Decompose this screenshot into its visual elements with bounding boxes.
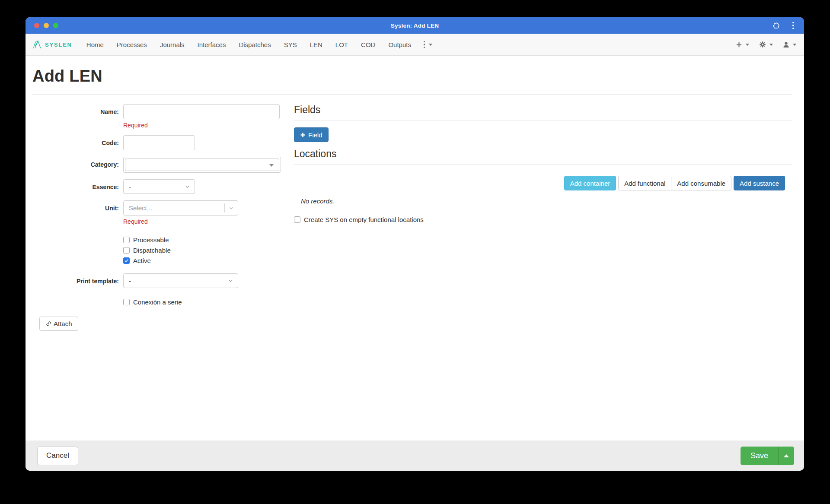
print-template-row: Print template: -: [32, 273, 285, 288]
add-field-label: Field: [308, 131, 322, 139]
page-content: Add LEN Name: Required Code:: [26, 56, 804, 441]
nav-item-cod[interactable]: COD: [354, 34, 382, 56]
name-label: Name:: [32, 104, 119, 115]
processable-checkbox[interactable]: [123, 237, 130, 243]
category-label: Category:: [32, 157, 119, 168]
active-checkbox-row[interactable]: Active: [123, 257, 285, 264]
essence-label: Essence:: [32, 179, 119, 190]
nav-item-processes[interactable]: Processes: [110, 34, 153, 56]
nav-overflow-menu[interactable]: [418, 41, 439, 48]
name-required-error: Required: [123, 122, 285, 129]
essence-select[interactable]: -: [123, 179, 195, 194]
chevron-down-icon: [429, 44, 432, 46]
caret-up-icon: [784, 454, 789, 457]
chevron-down-icon: [185, 184, 190, 190]
navbar-actions: [735, 41, 796, 48]
nav-item-journals[interactable]: Journals: [153, 34, 191, 56]
save-button[interactable]: Save: [741, 447, 778, 465]
location-type-button-group: Add functional Add consumable: [618, 176, 731, 190]
save-options-button[interactable]: [778, 447, 794, 465]
page-title: Add LEN: [32, 67, 792, 86]
check-icon: [124, 258, 129, 263]
locations-toolbar: Add container Add functional Add consuma…: [294, 176, 785, 190]
locations-heading: Locations: [294, 148, 792, 165]
flags-row: Processable Dispatchable: [32, 236, 285, 267]
print-template-select[interactable]: -: [123, 273, 238, 288]
locations-section: Locations Add container Add functional A…: [294, 148, 792, 223]
nav-item-lot[interactable]: LOT: [329, 34, 354, 56]
browser-window: Syslen: Add LEN SYSLEN Home: [26, 17, 804, 471]
active-checkbox[interactable]: [123, 257, 130, 264]
add-container-button[interactable]: Add container: [564, 176, 616, 190]
essence-row: Essence: -: [32, 179, 285, 194]
add-functional-button[interactable]: Add functional: [618, 176, 671, 190]
settings-menu-button[interactable]: [759, 41, 773, 48]
extensions-icon[interactable]: [771, 21, 781, 30]
nav-item-interfaces[interactable]: Interfaces: [191, 34, 233, 56]
create-sys-checkbox-row[interactable]: Create SYS on empty functional locations: [294, 216, 792, 223]
form-footer: Cancel Save: [26, 441, 804, 471]
name-input[interactable]: [123, 104, 280, 119]
code-input[interactable]: [123, 135, 195, 150]
locations-empty-text: No records.: [301, 197, 792, 205]
unit-row: Unit: Select... R: [32, 200, 285, 225]
processable-checkbox-row[interactable]: Processable: [123, 236, 285, 244]
unit-placeholder: Select...: [129, 204, 152, 212]
desktop-background: Syslen: Add LEN SYSLEN Home: [0, 0, 830, 504]
serial-checkbox-row[interactable]: Conexión a serie: [123, 298, 285, 306]
unit-select[interactable]: Select...: [123, 200, 238, 216]
kebab-icon: [424, 41, 425, 48]
chevron-down-icon: [769, 44, 773, 46]
add-sustance-button[interactable]: Add sustance: [734, 176, 785, 190]
fields-section: Fields Field: [294, 104, 792, 146]
serial-row: Conexión a serie: [32, 298, 285, 309]
nav-item-outputs[interactable]: Outputs: [382, 34, 418, 56]
essence-value: -: [129, 183, 131, 190]
dropdown-caret-icon: [269, 164, 274, 167]
nav-item-home[interactable]: Home: [80, 34, 110, 56]
chevron-down-icon: [228, 205, 234, 211]
nav-item-sys[interactable]: SYS: [278, 34, 303, 56]
dispatchable-checkbox-row[interactable]: Dispatchable: [123, 247, 285, 254]
active-label: Active: [133, 257, 151, 264]
add-field-button[interactable]: Field: [294, 127, 329, 142]
gear-icon: [759, 41, 766, 48]
syslen-logo-icon: [32, 39, 42, 50]
len-form: Name: Required Code: Category:: [32, 104, 285, 331]
chevron-down-icon: [228, 278, 233, 284]
add-menu-button[interactable]: [735, 41, 749, 48]
serial-checkbox[interactable]: [123, 299, 130, 305]
user-menu-button[interactable]: [782, 41, 796, 48]
print-template-value: -: [129, 277, 131, 285]
attach-button[interactable]: Attach: [39, 317, 78, 331]
app-navbar: SYSLEN Home Processes Journals Interface…: [26, 34, 804, 56]
print-template-label: Print template:: [32, 273, 119, 285]
unit-required-error: Required: [123, 218, 285, 225]
nav-item-len[interactable]: LEN: [303, 34, 329, 56]
dispatchable-label: Dispatchable: [133, 247, 171, 254]
plus-icon: [300, 132, 306, 138]
create-sys-checkbox[interactable]: [294, 216, 300, 223]
chevron-down-icon: [746, 44, 749, 46]
serial-label: Conexión a serie: [133, 298, 182, 306]
create-sys-label: Create SYS on empty functional locations: [304, 216, 424, 223]
user-icon: [782, 41, 790, 48]
cancel-button[interactable]: Cancel: [37, 447, 78, 465]
link-icon: [45, 320, 52, 327]
browser-titlebar: Syslen: Add LEN: [26, 17, 804, 34]
category-row: Category:: [32, 157, 285, 173]
category-select[interactable]: [123, 157, 281, 173]
code-label: Code:: [32, 135, 119, 146]
code-row: Code:: [32, 135, 285, 150]
window-title: Syslen: Add LEN: [26, 22, 804, 29]
nav-item-dispatches[interactable]: Dispatches: [232, 34, 277, 56]
dispatchable-checkbox[interactable]: [123, 247, 130, 254]
plus-icon: [735, 41, 743, 48]
unit-label: Unit:: [32, 200, 119, 212]
chevron-down-icon: [793, 44, 796, 46]
brand-logo[interactable]: SYSLEN: [32, 39, 72, 50]
processable-label: Processable: [133, 236, 169, 244]
add-consumable-button[interactable]: Add consumable: [671, 176, 731, 190]
browser-menu-icon[interactable]: [788, 21, 798, 30]
save-split-button: Save: [741, 447, 794, 465]
